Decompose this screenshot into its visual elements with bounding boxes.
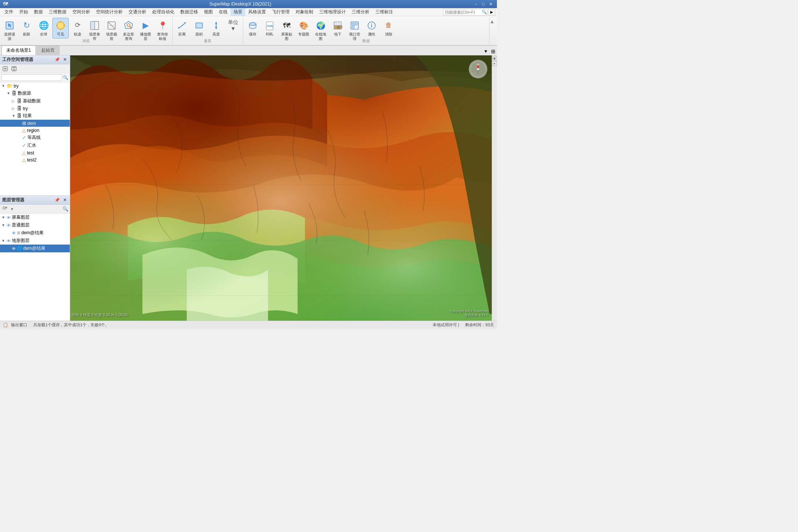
workspace-close-icon[interactable]: ✕ [62, 57, 68, 63]
tree-item-test2[interactable]: △ test2 [0, 156, 70, 163]
menu-style[interactable]: 风格设置 [245, 8, 269, 16]
toolbar-btn-refresh[interactable]: ↻ 刷新 [18, 18, 35, 38]
tree-item-datasource[interactable]: ▼ 🗄 数据源 [0, 89, 70, 97]
polygon-query-icon [123, 20, 134, 31]
menu-spatial-analysis[interactable]: 空间分析 [69, 8, 93, 16]
minimize-button[interactable]: － [473, 1, 479, 7]
toolbar-btn-globe[interactable]: 🌐 全球 [35, 18, 52, 38]
menu-online[interactable]: 在线 [216, 8, 231, 16]
search-input[interactable] [445, 10, 482, 14]
toolbar-btn-kml[interactable]: KML KML [262, 18, 278, 38]
menu-draw[interactable]: 对象绘制 [293, 8, 316, 16]
toolbar-btn-theme[interactable]: 🎨 专题图 [296, 18, 312, 38]
window-controls: － □ ✕ [473, 1, 494, 7]
toolbar-group-measure: 距离 面积 高度 单位▼ 量算 [173, 17, 243, 44]
right-panel-btn1[interactable]: ⊞ [492, 56, 497, 61]
toolbar-btn-property[interactable]: i 属性 [364, 18, 380, 38]
underground-icon: 地下 [332, 20, 344, 31]
menu-start[interactable]: 开始 [16, 8, 31, 16]
clear-icon: 🗑 [383, 20, 395, 31]
tree-item-watershed[interactable]: ✓ 汇水 [0, 141, 70, 149]
menu-3d-label[interactable]: 三维标注 [372, 8, 396, 16]
layers-panel-icons: 📌 ✕ [54, 197, 68, 203]
tree-item-test[interactable]: △ test [0, 149, 70, 156]
status-message: 共加载1个缓存，其中成功1个，失败0个。 [33, 322, 427, 328]
layers-pin-icon[interactable]: 📌 [54, 197, 60, 203]
compass: N [469, 60, 487, 78]
svg-point-20 [249, 23, 256, 25]
workspace-new-btn[interactable] [1, 65, 9, 72]
layer-dem-terrain[interactable]: 👁 🌐 dem@结果 [0, 245, 70, 252]
height-icon [210, 20, 222, 31]
scene-curtain-icon [89, 20, 100, 31]
menu-scene[interactable]: 场景 [231, 8, 245, 16]
toolbar-btn-track[interactable]: ⟳ 轨迹 [69, 18, 86, 38]
svg-rect-27 [352, 23, 354, 25]
search-button[interactable]: ▶ [488, 9, 495, 16]
browse-group-label: 浏览 [0, 38, 172, 44]
menu-automation[interactable]: 处理自动化 [149, 8, 177, 16]
toolbar-btn-height[interactable]: 高度 [208, 18, 224, 38]
layers-add-btn[interactable] [1, 206, 9, 212]
svg-rect-16 [196, 23, 202, 28]
toolbar-btn-unit[interactable]: 单位▼ [225, 18, 241, 38]
tab-new[interactable]: ⊞ [490, 48, 497, 55]
menu-flight[interactable]: 飞行管理 [269, 8, 293, 16]
layers-tree: ▼ 👁 屏幕图层 ▼ 👁 普通图层 👁 ⊞ dem@结果 [0, 214, 70, 321]
select-roam-icon [4, 20, 16, 31]
svg-rect-46 [70, 55, 492, 321]
menu-3d-analysis[interactable]: 三维分析 [349, 8, 372, 16]
tree-item-result[interactable]: ▼ 🗄 结果 [0, 112, 70, 120]
tree-item-region[interactable]: △ region [0, 127, 70, 134]
menu-traffic[interactable]: 交通分析 [126, 8, 149, 16]
toolbar-collapse[interactable]: ▲ [490, 17, 497, 44]
workspace-save-btn[interactable] [10, 65, 18, 72]
toolbar-btn-clear[interactable]: 🗑 清除 [381, 18, 397, 38]
svg-rect-29 [352, 26, 354, 28]
search-icon[interactable]: 🔍 [482, 10, 487, 14]
menu-spatial-stats[interactable]: 空间统计分析 [93, 8, 126, 16]
toolbar-btn-cache[interactable]: 缓存 [245, 18, 261, 38]
tree-item-try2[interactable]: ▷ 🗄 try [0, 105, 70, 112]
output-window-btn[interactable]: 📋 输出窗口 [3, 322, 27, 328]
workspace-search-input[interactable] [1, 74, 62, 81]
menu-3d-geo[interactable]: 三维地理设计 [316, 8, 349, 16]
toolbar-btn-distance[interactable]: 距离 [174, 18, 190, 38]
layer-dem-normal[interactable]: 👁 ⊞ dem@结果 [0, 229, 70, 237]
svg-line-12 [130, 26, 132, 28]
layers-close-icon[interactable]: ✕ [62, 197, 68, 203]
visible-icon [55, 20, 66, 31]
tree-item-contour[interactable]: ✓ 等高线 [0, 134, 70, 141]
map-area[interactable]: N 经纬 0 纬度 0 经度 0.00 m 1:00.00 Copyright … [70, 55, 492, 321]
workspace-pin-icon[interactable]: 📌 [54, 57, 60, 63]
data-group-label: 数据 [243, 38, 489, 44]
toolbar-btn-underground[interactable]: 地下 地下 [330, 18, 346, 38]
svg-rect-24 [334, 22, 341, 25]
tree-item-try[interactable]: ▼ 📁 try [0, 82, 70, 89]
toolbar-btn-area[interactable]: 面积 [191, 18, 207, 38]
layer-screen-group[interactable]: ▼ 👁 屏幕图层 [0, 214, 70, 221]
menu-file[interactable]: 文件 [1, 8, 16, 16]
tab-scroll-down[interactable]: ▼ [482, 48, 490, 55]
right-panel-btn2[interactable]: ≡ [492, 61, 497, 66]
menu-3d-data[interactable]: 三维数据 [46, 8, 69, 16]
layers-search-icon[interactable]: 🔍 [62, 206, 68, 212]
tab-unnamed-scene[interactable]: 未命名场景1 [1, 45, 36, 55]
close-button[interactable]: ✕ [487, 1, 494, 7]
maximize-button[interactable]: □ [480, 1, 487, 7]
menu-view[interactable]: 视图 [201, 8, 216, 16]
toolbar-btn-visible[interactable]: 可见 [52, 18, 69, 38]
refresh-label: 刷新 [23, 32, 30, 37]
layer-normal-group[interactable]: ▼ 👁 普通图层 [0, 221, 70, 229]
layers-dropdown[interactable]: ▼ [10, 207, 14, 211]
area-icon [193, 20, 205, 31]
clear-label: 清除 [385, 32, 392, 37]
globe-label: 全球 [40, 32, 47, 37]
tree-item-dem[interactable]: ⊞ dem [0, 120, 70, 127]
layer-terrain-group[interactable]: ▼ 👁 地形图层 [0, 237, 70, 245]
workspace-search-icon[interactable]: 🔍 [63, 75, 68, 80]
menu-migration[interactable]: 数据迁移 [177, 8, 201, 16]
menu-data[interactable]: 数据 [31, 8, 46, 16]
tree-item-base-data[interactable]: ▷ 🗄 基础数据 [0, 97, 70, 105]
property-icon: i [366, 20, 378, 31]
